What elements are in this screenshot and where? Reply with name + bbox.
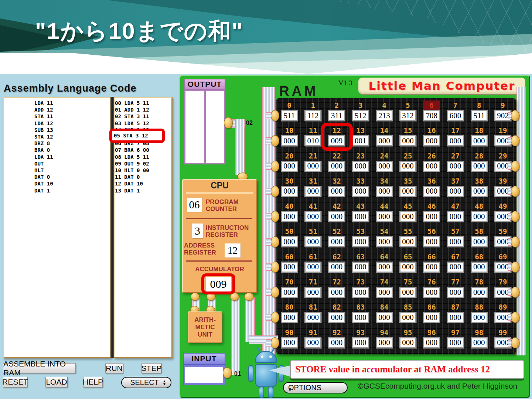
ram-cell: 000 — [471, 312, 488, 323]
ram-address-label: 87 — [447, 302, 464, 312]
robot-body — [255, 364, 277, 387]
ram-cell: 000 — [399, 161, 416, 172]
ram-address-label: 66 — [423, 252, 440, 262]
run-button[interactable]: RUN — [105, 363, 123, 374]
output-display — [184, 90, 225, 164]
ram-address-label: 85 — [399, 302, 416, 312]
ram-address-label: 37 — [447, 176, 464, 186]
current-instruction-highlight: 05 STA 3 12 — [109, 129, 165, 143]
ram-cell: 000 — [423, 186, 440, 197]
ram-address-label: 97 — [447, 328, 464, 337]
ram-address-label: 6 — [423, 100, 440, 110]
reset-button[interactable]: RESET — [3, 377, 28, 388]
ram-cell: 000 — [281, 186, 298, 197]
assembly-source-line: DAT 0 — [34, 174, 53, 180]
ram-address-label: 95 — [399, 328, 416, 337]
ram-connector — [271, 262, 279, 273]
ram-address-label: 68 — [471, 252, 488, 262]
ram-address-label: 48 — [471, 201, 488, 211]
ram-cell: 000 — [447, 262, 464, 273]
ram-address-label: 26 — [423, 151, 440, 161]
ram-address-label: 81 — [304, 302, 321, 312]
ram-address-label: 32 — [328, 176, 345, 186]
ram-cell: 000 — [399, 287, 416, 298]
ram-address-label: 31 — [304, 176, 321, 186]
robot-antenna — [256, 347, 260, 352]
assembly-listing-line: 11 DAT 0 — [115, 174, 149, 180]
status-message-bubble: STORE value in accumulator at RAM addres… — [290, 360, 524, 379]
ram-cell: 000 — [281, 161, 298, 172]
ram-connector — [271, 110, 279, 121]
ram-address-label: 38 — [471, 176, 488, 186]
ram-address-label: 79 — [494, 277, 511, 287]
ram-address-label: 19 — [494, 126, 511, 135]
ram-connector — [511, 211, 519, 222]
ram-address-label: 59 — [494, 226, 511, 236]
input-port-label: 01 — [234, 371, 241, 377]
ram-cell: 000 — [399, 211, 416, 222]
ram-address-label: 72 — [328, 277, 345, 287]
ram-address-label: 51 — [304, 226, 321, 236]
ram-cell: 000 — [399, 186, 416, 197]
ram-address-label: 33 — [352, 176, 369, 186]
output-port-label: 02 — [246, 120, 253, 126]
ram-cell: 000 — [376, 161, 393, 172]
ram-cell: 000 — [471, 186, 488, 197]
ram-cell: 001 — [352, 135, 369, 146]
ram-address-label: 55 — [399, 226, 416, 236]
ram-cell: 000 — [352, 312, 369, 323]
ram-cell: 000 — [328, 211, 345, 222]
ram-cell: 000 — [352, 262, 369, 273]
ram-cell: 000 — [447, 337, 464, 348]
ram-connector — [271, 287, 279, 298]
assembly-source-box[interactable] — [3, 97, 111, 358]
ram-connector — [271, 236, 279, 248]
assembly-source-lines: LDA 11ADD 12STA 11LDA 12SUB 13STA 12BRZ … — [34, 100, 53, 194]
ram-connector — [511, 287, 519, 298]
ram-cell: 000 — [352, 287, 369, 298]
load-button[interactable]: LOAD — [45, 377, 68, 388]
assembly-listing-line: 08 LDA 5 11 — [115, 154, 149, 160]
ram-cell: 000 — [376, 186, 393, 197]
ram-address-label: 46 — [423, 201, 440, 211]
ram-cell: 000 — [423, 287, 440, 298]
ram-address-label: 62 — [328, 252, 345, 262]
ram-cell: 000 — [304, 312, 321, 323]
input-field[interactable] — [185, 367, 223, 383]
ram-cell: 000 — [423, 236, 440, 247]
ram-cell: 000 — [376, 287, 393, 298]
select-dropdown-label: SELECT — [130, 378, 159, 387]
select-dropdown[interactable]: SELECT ▲▼ — [121, 377, 171, 388]
cpu-divider — [186, 260, 252, 262]
cpu-title: CPU — [182, 181, 257, 191]
ram-cell: 000 — [352, 211, 369, 222]
ram-cell: 000 — [304, 337, 321, 348]
ram-address-label: 54 — [376, 226, 393, 236]
ram-cell: 000 — [281, 236, 298, 247]
help-button[interactable]: HELP — [83, 377, 103, 388]
assembly-source-line: HLT — [34, 167, 53, 174]
ram-address-label: 80 — [281, 302, 298, 312]
output-header: OUTPUT — [184, 79, 225, 90]
assembly-source-line: ADD 12 — [34, 106, 53, 113]
version-label: V1.3 — [338, 79, 352, 87]
ram-address-label: 61 — [304, 252, 321, 262]
ram-address-label: 56 — [423, 226, 440, 236]
ram-cell: 000 — [328, 312, 345, 323]
accumulator-label: ACCUMULATOR — [182, 266, 257, 273]
ram-cell: 000 — [399, 236, 416, 247]
ram-address-label: 1 — [304, 100, 321, 110]
assemble-into-ram-button[interactable]: ASSEMBLE INTO RAM — [3, 363, 76, 374]
ram-cell: 000 — [352, 186, 369, 197]
step-button[interactable]: STEP — [141, 363, 162, 374]
options-dropdown[interactable]: OPTIONS ▲▼ — [283, 382, 348, 393]
ram-address-label: 58 — [471, 226, 488, 236]
ram-connector — [511, 186, 519, 197]
ram-address-label: 27 — [447, 151, 464, 161]
ram-cell: 000 — [376, 211, 393, 222]
assembly-listing-line: 02 STA 3 11 — [115, 113, 149, 120]
ram-cell: 000 — [352, 236, 369, 247]
ram-address-label: 88 — [471, 302, 488, 312]
ram-address-label: 35 — [399, 176, 416, 186]
program-counter-value: 06 — [187, 198, 202, 212]
